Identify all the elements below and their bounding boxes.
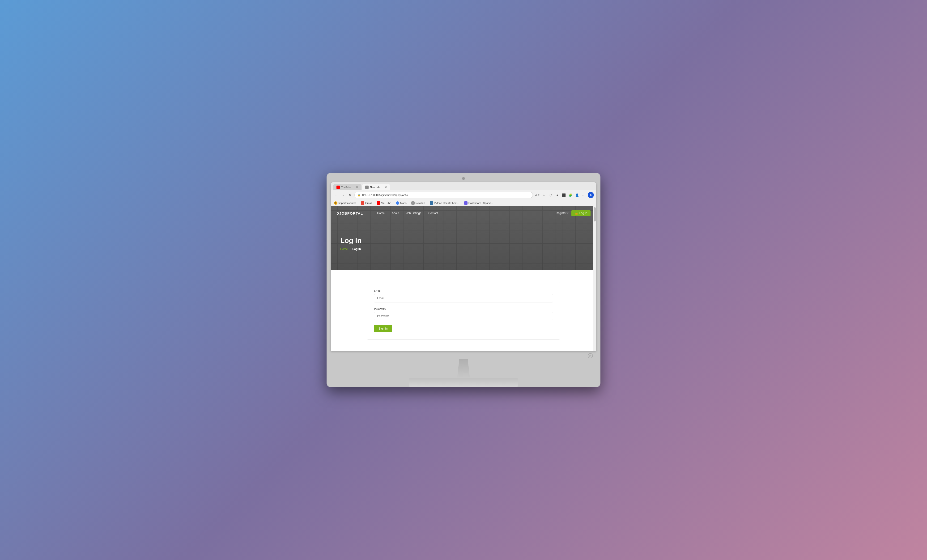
back-button[interactable]: ← [333,193,338,197]
bookmarks-bar: ★ Import favorites Gmail YouTube Maps Ne… [331,200,596,206]
bookmark-dashboard[interactable]: Dashboard | Sparks... [463,201,494,205]
refresh-button[interactable]: ↻ [347,193,353,197]
nav-contact[interactable]: Contact [428,211,438,215]
register-dropdown[interactable]: Register ▾ [556,211,568,215]
extensions-button[interactable]: 🧩 [568,193,573,197]
bookmark-dashboard-label: Dashboard | Sparks... [468,202,494,205]
scrollbar[interactable] [593,206,596,351]
navbar-right: Register ▾ 🔒 Log In [556,210,591,216]
breadcrumb-current: Log In [352,247,361,251]
address-bar[interactable]: 🔒 127.0.0.1:8000/login/?next=/apply-job/… [354,192,533,198]
tab-newtab-close[interactable]: ✕ [384,185,387,189]
email-input[interactable] [374,294,553,302]
bookmark-python-label: Python Cheat Sheet... [434,202,459,205]
password-label: Password [374,307,553,310]
gmail-favicon-icon [361,201,364,205]
navbar-nav: Home About Job Listings Contact [377,211,556,215]
webpage-wrapper: DJOBPORTAL Home About Job Listings Conta… [331,206,596,351]
collections-button[interactable]: ⬛ [561,193,567,197]
tab-youtube-close[interactable]: ✕ [356,185,358,189]
nav-about[interactable]: About [392,211,399,215]
forward-button[interactable]: → [340,193,345,197]
browser-actions: A↗ ☆ ⬡ ★ ⬛ 🧩 👤 ⋯ b [535,192,594,198]
dashboard-favicon-icon [464,201,468,205]
stand-neck [453,359,474,378]
stand-base [409,378,518,387]
hero-content: Log In Home / Log In [331,229,596,258]
read-aloud-button[interactable]: A↗ [535,193,540,197]
tab-youtube-label: YouTube [341,186,351,189]
breadcrumb-home-link[interactable]: Home [340,247,348,251]
tab-youtube[interactable]: YouTube ✕ [333,184,362,190]
bookmark-import-label: Import favorites [338,202,356,205]
tab-newtab-label: New tab [370,186,380,189]
login-button-label: Log In [579,211,587,215]
favorites-star-button[interactable]: ☆ [541,193,547,197]
nav-job-listings[interactable]: Job Listings [406,211,421,215]
youtube-favicon [336,185,340,189]
newtab-bm-favicon-icon [411,201,415,205]
browser-tabs: YouTube ✕ New tab ✕ [333,184,594,190]
favorites-button[interactable]: ★ [555,193,560,197]
password-input[interactable] [374,312,553,320]
profile-button[interactable]: 👤 [574,193,580,197]
bookmark-gmail[interactable]: Gmail [360,201,373,205]
login-section: Email Password Sign In [331,270,596,351]
hero-title: Log In [340,237,587,244]
password-form-group: Password [374,307,553,320]
brand-logo[interactable]: DJOBPORTAL [336,211,363,215]
bookmark-youtube[interactable]: YouTube [376,201,392,205]
youtube-bm-favicon-icon [377,201,380,205]
webpage: DJOBPORTAL Home About Job Listings Conta… [331,206,596,351]
bookmark-youtube-label: YouTube [381,202,391,205]
browser-chrome: YouTube ✕ New tab ✕ [331,182,596,190]
nav-home[interactable]: Home [377,211,384,215]
bookmark-newtab[interactable]: New tab [410,201,426,205]
tab-newtab[interactable]: New tab ✕ [362,184,390,190]
email-label: Email [374,289,553,293]
import-favorites-icon: ★ [334,201,337,205]
email-form-group: Email [374,289,553,302]
maps-favicon-icon [396,201,399,205]
bookmark-newtab-label: New tab [416,202,425,205]
power-button-area: ⏻ [331,351,596,359]
sign-in-button[interactable]: Sign In [374,325,392,332]
power-button[interactable]: ⏻ [588,353,593,358]
camera-dot [462,177,465,180]
bookmark-python[interactable]: Python Cheat Sheet... [429,201,460,205]
newtab-favicon [365,185,369,189]
login-card: Email Password Sign In [367,282,560,340]
bing-extension-button[interactable]: b [588,192,594,198]
split-screen-button[interactable]: ⬡ [548,193,553,197]
hero-section: DJOBPORTAL Home About Job Listings Conta… [331,206,596,270]
login-button[interactable]: 🔒 Log In [571,210,591,216]
browser-toolbar: ← → ↻ 🔒 127.0.0.1:8000/login/?next=/appl… [331,190,596,200]
register-label: Register [556,211,567,215]
bookmark-maps[interactable]: Maps [395,201,407,205]
login-lock-icon: 🔒 [575,211,578,215]
breadcrumb-separator: / [350,247,350,251]
address-lock-icon: 🔒 [357,194,360,196]
bookmark-maps-label: Maps [400,202,407,205]
monitor-top-bar [331,177,596,180]
python-favicon-icon [430,201,433,205]
register-chevron-icon: ▾ [567,211,568,215]
bookmark-gmail-label: Gmail [365,202,372,205]
breadcrumb: Home / Log In [340,247,587,251]
browser-window: YouTube ✕ New tab ✕ ← → ↻ 🔒 127.0.0.1:80… [331,182,596,351]
monitor: YouTube ✕ New tab ✕ ← → ↻ 🔒 127.0.0.1:80… [327,173,600,387]
monitor-stand [409,359,518,387]
navbar: DJOBPORTAL Home About Job Listings Conta… [331,206,596,220]
more-button[interactable]: ⋯ [581,193,586,197]
bookmark-import-favorites[interactable]: ★ Import favorites [333,201,357,205]
address-url: 127.0.0.1:8000/login/?next=/apply-job/2/ [362,194,408,196]
